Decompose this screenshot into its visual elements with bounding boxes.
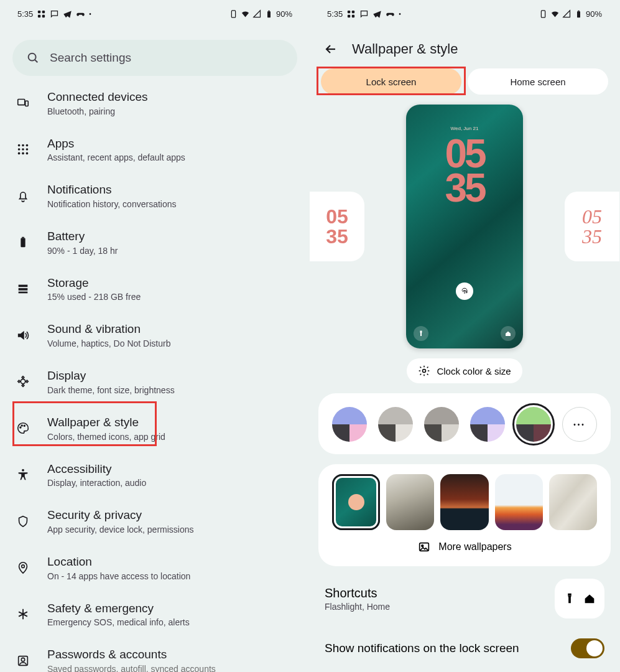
apps-icon — [16, 142, 30, 156]
color-swatch-2[interactable] — [424, 407, 459, 442]
battery-icon — [574, 9, 583, 19]
svg-rect-34 — [352, 10, 354, 12]
svg-rect-21 — [22, 237, 24, 238]
svg-rect-2 — [38, 14, 40, 17]
svg-rect-37 — [541, 10, 545, 17]
wallpaper-thumb-1[interactable] — [386, 474, 434, 530]
svg-point-17 — [18, 152, 21, 155]
shortcuts-row[interactable]: Shortcuts Flashlight, Home — [325, 579, 604, 618]
show-notifications-row[interactable]: Show notifications on the lock screen — [325, 638, 604, 658]
settings-item-safety[interactable]: Safety & emergency Emergency SOS, medica… — [0, 591, 310, 638]
settings-item-passwords[interactable]: Passwords & accounts Saved passwords, au… — [0, 637, 310, 672]
svg-point-43 — [422, 545, 423, 547]
settings-item-display[interactable]: Display Dark theme, font size, brightnes… — [0, 358, 310, 405]
clock-color-size-button[interactable]: Clock color & size — [407, 358, 522, 383]
battery-icon — [264, 9, 274, 19]
more-wallpapers-button[interactable]: More wallpapers — [332, 540, 597, 554]
color-swatch-4[interactable] — [516, 407, 551, 442]
svg-point-32 — [21, 658, 25, 661]
status-bar: 5:35 • 90% — [0, 0, 310, 25]
notifications-toggle[interactable] — [571, 638, 604, 658]
shield-icon — [16, 515, 30, 528]
search-icon — [26, 51, 40, 65]
settings-item-notifications[interactable]: Notifications Notification history, conv… — [0, 172, 310, 219]
slack-icon — [346, 9, 356, 19]
more-colors-button[interactable] — [562, 407, 597, 442]
wallpaper-thumb-2[interactable] — [440, 474, 488, 530]
svg-point-13 — [26, 144, 29, 147]
svg-point-26 — [20, 427, 21, 428]
settings-item-security[interactable]: Security & privacy App security, device … — [0, 498, 310, 544]
phone-settings: 5:35 • 90% Search settings Connected dev… — [0, 0, 310, 672]
settings-item-location[interactable]: Location On - 14 apps have access to loc… — [0, 544, 310, 591]
image-icon — [417, 540, 431, 554]
svg-rect-22 — [19, 285, 28, 287]
status-time: 5:35 — [17, 9, 33, 19]
home-icon — [583, 592, 596, 605]
svg-point-14 — [18, 148, 21, 151]
settings-item-connected-devices[interactable]: Connected devices Bluetooth, pairing — [0, 80, 310, 126]
preview-shortcut-icons — [406, 326, 523, 341]
status-battery-pct: 90% — [276, 9, 292, 19]
status-notification-icons: • — [37, 9, 91, 19]
svg-point-25 — [21, 380, 25, 384]
svg-rect-35 — [348, 14, 350, 17]
account-box-icon — [16, 654, 30, 668]
telegram-icon — [372, 9, 382, 19]
tab-lock-screen[interactable]: Lock screen — [321, 68, 461, 95]
wallpaper-card: More wallpapers — [318, 464, 611, 566]
svg-point-30 — [22, 565, 25, 568]
svg-line-8 — [35, 60, 37, 62]
wallpaper-thumb-4[interactable] — [549, 474, 597, 530]
color-swatch-1[interactable] — [378, 407, 413, 442]
home-icon — [504, 330, 512, 337]
svg-rect-6 — [268, 10, 270, 11]
tab-home-screen[interactable]: Home screen — [468, 68, 608, 95]
brightness-icon — [16, 375, 30, 388]
settings-item-sound[interactable]: Sound & vibration Volume, haptics, Do No… — [0, 312, 310, 358]
preview-date: Wed, Jun 21 — [406, 126, 523, 131]
phone-wallpaper-style: 5:35 • 90% Wallpaper & style Lock screen… — [310, 0, 619, 672]
phone-icon — [539, 9, 548, 19]
clock-style-carousel[interactable]: 05 35 Wed, Jun 21 05 35 05 35 — [310, 103, 619, 350]
back-arrow-icon[interactable] — [323, 42, 338, 57]
volume-icon — [16, 329, 30, 342]
status-time: 5:35 — [327, 9, 343, 19]
settings-item-battery[interactable]: Battery 90% - 1 day, 18 hr — [0, 219, 310, 266]
svg-point-7 — [29, 54, 36, 61]
location-icon — [16, 561, 30, 574]
tab-bar: Lock screen Home screen — [310, 68, 619, 95]
svg-rect-44 — [568, 594, 571, 596]
svg-rect-39 — [578, 10, 580, 11]
asterisk-icon — [16, 607, 30, 621]
clock-style-prev[interactable]: 05 35 — [310, 192, 364, 261]
fingerprint-icon — [456, 282, 473, 300]
clock-style-next[interactable]: 05 35 — [565, 192, 619, 261]
svg-rect-33 — [348, 10, 350, 12]
palette-icon — [16, 421, 30, 435]
svg-rect-10 — [25, 101, 29, 106]
shortcuts-sub: Flashlight, Home — [325, 602, 390, 612]
slack-icon — [37, 9, 46, 19]
svg-rect-5 — [267, 11, 271, 17]
svg-point-16 — [26, 148, 29, 151]
color-swatch-3[interactable] — [470, 407, 505, 442]
settings-item-wallpaper[interactable]: Wallpaper & style Colors, themed icons, … — [0, 405, 310, 452]
lock-screen-preview[interactable]: Wed, Jun 21 05 35 — [406, 105, 523, 348]
settings-item-accessibility[interactable]: Accessibility Display, interaction, audi… — [0, 452, 310, 498]
phone-icon — [229, 9, 238, 19]
page-title: Wallpaper & style — [352, 41, 458, 57]
svg-rect-9 — [18, 100, 25, 105]
svg-point-12 — [22, 144, 24, 147]
search-settings[interactable]: Search settings — [12, 40, 297, 76]
settings-item-storage[interactable]: Storage 15% used - 218 GB free — [0, 266, 310, 312]
page-header: Wallpaper & style — [310, 25, 619, 66]
wallpaper-thumb-3[interactable] — [495, 474, 543, 530]
svg-rect-20 — [21, 238, 25, 248]
color-swatch-0[interactable] — [332, 407, 367, 442]
wifi-icon — [241, 9, 250, 19]
wallpaper-thumb-0[interactable] — [332, 474, 380, 530]
settings-item-apps[interactable]: Apps Assistant, recent apps, default app… — [0, 126, 310, 173]
preview-clock: 05 35 — [406, 137, 523, 205]
svg-rect-1 — [42, 10, 45, 12]
